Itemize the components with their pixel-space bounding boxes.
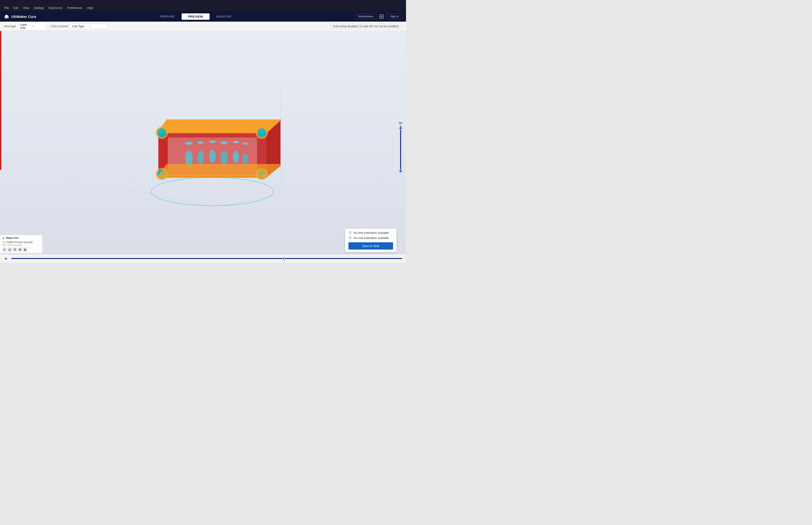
color-scheme-group: Color scheme Line Type ▾	[51, 24, 108, 29]
layer-number: 94	[399, 121, 402, 124]
3d-model	[121, 76, 285, 217]
save-to-disk-button[interactable]: Save to Disk	[349, 242, 393, 250]
color-scheme-select[interactable]: Line Type ▾	[70, 24, 108, 29]
layer-slider-thumb-bottom[interactable]	[399, 169, 402, 172]
header: UltiMaker Cura PREPARE PREVIEW MONITOR M…	[0, 11, 406, 21]
svg-rect-0	[6, 17, 7, 18]
menu-extensions[interactable]: Extensions	[47, 6, 64, 10]
svg-rect-31	[157, 175, 267, 178]
timeline-track[interactable]	[11, 258, 402, 259]
nav-monitor[interactable]: MONITOR	[210, 13, 238, 20]
model-svg	[121, 76, 285, 217]
logo: UltiMaker Cura	[4, 14, 36, 19]
clock-icon: ⏱	[349, 231, 352, 235]
object-icon-4[interactable]: ⊞	[18, 247, 22, 252]
menu-help[interactable]: Help	[85, 6, 95, 10]
cost-estimate-row: ⏱ No cost estimation available	[349, 236, 393, 240]
color-scheme-chevron-icon: ▾	[90, 25, 106, 28]
object-item: ✏️ mobile furnace top part	[2, 240, 40, 244]
svg-rect-6	[157, 131, 267, 133]
view-type-group: View type Layer view ▾	[4, 22, 46, 31]
object-icon-5[interactable]: 🗑	[23, 247, 27, 252]
view-type-value: Layer view	[20, 23, 31, 30]
nav-preview[interactable]: PREVIEW	[182, 13, 210, 20]
color-scheme-value: Line Type	[72, 25, 88, 28]
menu-edit[interactable]: Edit	[12, 6, 20, 10]
object-action-icons: ⬡ ◫ ⧉ ⊞ 🗑	[2, 247, 40, 252]
cost-icon: ⏱	[349, 236, 352, 240]
apps-grid-icon[interactable]	[379, 14, 384, 19]
logo-icon	[4, 14, 10, 19]
header-nav: PREPARE PREVIEW MONITOR	[41, 13, 350, 20]
time-estimate-text: No time estimation available	[354, 231, 389, 235]
toolbar: View type Layer view ▾ Color scheme Line…	[0, 21, 406, 31]
object-icon-2[interactable]: ◫	[7, 247, 12, 252]
signin-button[interactable]: Sign in	[386, 14, 402, 19]
header-right: Marketplace Sign in	[355, 14, 402, 19]
menu-file[interactable]: File	[2, 6, 11, 10]
play-button[interactable]: ▶	[4, 256, 9, 261]
titlebar	[0, 0, 406, 5]
layer-indicator-bar	[0, 31, 1, 170]
svg-point-10	[259, 131, 264, 135]
view-type-label: View type	[4, 25, 16, 28]
timeline-thumb[interactable]	[282, 257, 285, 260]
view-type-select[interactable]: Layer view ▾	[18, 22, 46, 31]
info-panel: ⏱ No time estimation available ⏱ No cost…	[345, 228, 397, 252]
time-estimate-row: ⏱ No time estimation available	[349, 231, 393, 235]
object-name: mobile furnace top part	[6, 241, 33, 243]
layer-slider-thumb-top[interactable]	[399, 126, 402, 130]
collapse-icon[interactable]: ▲	[2, 236, 5, 239]
color-scheme-label: Color scheme	[51, 25, 68, 28]
timeline: ▶	[0, 254, 406, 262]
menubar: File Edit View Settings Extensions Prefe…	[0, 5, 406, 11]
layer-slider-track[interactable]	[400, 125, 401, 172]
object-list-panel: ▲ Object list ✏️ mobile furnace top part…	[0, 235, 42, 253]
object-icon-1[interactable]: ⬡	[2, 247, 6, 252]
object-list-header: ▲ Object list	[2, 236, 40, 239]
edit-icon: ✏️	[2, 241, 5, 243]
menu-preferences[interactable]: Preferences	[65, 6, 85, 10]
marketplace-button[interactable]: Marketplace	[355, 14, 377, 19]
menu-view[interactable]: View	[21, 6, 31, 10]
toolbar-info: Print setup disabled. G-code file can no…	[330, 24, 402, 29]
svg-point-8	[159, 131, 164, 135]
view-type-chevron-icon: ▾	[33, 25, 44, 28]
logo-text: UltiMaker Cura	[11, 15, 36, 18]
object-dimensions: 0.0 x 0.0 x 0.0 mm	[2, 244, 40, 246]
menu-settings[interactable]: Settings	[32, 6, 46, 10]
layer-slider[interactable]: 94	[399, 121, 402, 172]
cost-estimate-text: No cost estimation available	[354, 236, 388, 240]
object-icon-3[interactable]: ⧉	[13, 247, 17, 252]
viewport: 94 ▲ Object list ✏️ mobile furnace top p…	[0, 31, 406, 262]
nav-prepare[interactable]: PREPARE	[153, 13, 182, 20]
